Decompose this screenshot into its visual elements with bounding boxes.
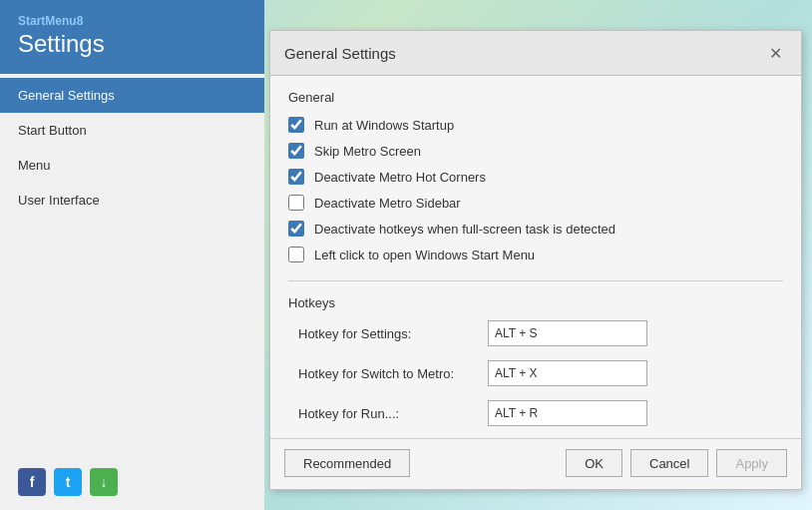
- app-brand: StartMenu8: [18, 14, 246, 28]
- sidebar-item-menu[interactable]: Menu: [0, 148, 264, 183]
- hotkey-settings-row: Hotkey for Settings:: [288, 320, 783, 346]
- checkbox-deactivate-hotkeys: Deactivate hotkeys when full-screen task…: [288, 219, 783, 239]
- sidebar-nav: General Settings Start Button Menu User …: [0, 74, 264, 454]
- checkbox-left-click-start: Left click to open Windows Start Menu: [288, 245, 783, 264]
- dialog-content: General Run at Windows Startup Skip Metr…: [270, 76, 801, 438]
- deactivate-sidebar-label[interactable]: Deactivate Metro Sidebar: [314, 196, 461, 211]
- checkbox-deactivate-hot-corners: Deactivate Metro Hot Corners: [288, 167, 783, 187]
- sidebar: StartMenu8 Settings General Settings Sta…: [0, 0, 264, 510]
- checkbox-deactivate-sidebar: Deactivate Metro Sidebar: [288, 193, 783, 213]
- hotkey-run-input[interactable]: [488, 400, 647, 426]
- skip-metro-checkbox[interactable]: [288, 143, 304, 159]
- dialog-titlebar: General Settings ✕: [270, 31, 801, 76]
- sidebar-item-general-settings[interactable]: General Settings: [0, 78, 264, 113]
- checkbox-skip-metro: Skip Metro Screen: [288, 141, 783, 161]
- hotkey-switch-metro-row: Hotkey for Switch to Metro:: [288, 360, 783, 386]
- run-startup-label[interactable]: Run at Windows Startup: [314, 118, 454, 133]
- hotkey-settings-label: Hotkey for Settings:: [288, 326, 488, 341]
- checkbox-run-startup: Run at Windows Startup: [288, 115, 783, 135]
- hotkey-run-label: Hotkey for Run...:: [288, 406, 488, 421]
- sidebar-item-start-button[interactable]: Start Button: [0, 113, 264, 148]
- deactivate-hot-corners-label[interactable]: Deactivate Metro Hot Corners: [314, 170, 486, 185]
- hotkeys-section: Hotkey for Settings: Hotkey for Switch t…: [288, 320, 783, 426]
- twitter-icon[interactable]: t: [54, 468, 82, 496]
- sidebar-footer: f t ↓: [0, 454, 264, 510]
- general-checkboxes: Run at Windows Startup Skip Metro Screen…: [288, 115, 783, 264]
- section-divider: [288, 280, 783, 281]
- skip-metro-label[interactable]: Skip Metro Screen: [314, 144, 421, 159]
- general-section-label: General: [288, 90, 783, 105]
- hotkey-switch-metro-input[interactable]: [488, 360, 647, 386]
- run-startup-checkbox[interactable]: [288, 117, 304, 133]
- left-click-start-label[interactable]: Left click to open Windows Start Menu: [314, 248, 535, 262]
- deactivate-hot-corners-checkbox[interactable]: [288, 169, 304, 185]
- apply-button[interactable]: Apply: [716, 449, 787, 477]
- facebook-icon[interactable]: f: [18, 468, 46, 496]
- deactivate-sidebar-checkbox[interactable]: [288, 195, 304, 211]
- hotkey-switch-metro-label: Hotkey for Switch to Metro:: [288, 366, 488, 381]
- deactivate-hotkeys-checkbox[interactable]: [288, 221, 304, 237]
- hotkey-run-row: Hotkey for Run...:: [288, 400, 783, 426]
- hotkey-settings-input[interactable]: [488, 320, 647, 346]
- dialog-title: General Settings: [284, 45, 396, 62]
- deactivate-hotkeys-label[interactable]: Deactivate hotkeys when full-screen task…: [314, 222, 615, 237]
- cancel-button[interactable]: Cancel: [630, 449, 708, 477]
- recommended-button[interactable]: Recommended: [284, 449, 410, 477]
- hotkeys-section-label: Hotkeys: [288, 295, 783, 310]
- dialog-footer: Recommended OK Cancel Apply: [270, 438, 801, 489]
- general-settings-dialog: General Settings ✕ General Run at Window…: [269, 30, 802, 490]
- ok-button[interactable]: OK: [566, 449, 622, 477]
- left-click-start-checkbox[interactable]: [288, 247, 304, 262]
- download-icon[interactable]: ↓: [90, 468, 118, 496]
- app-title: Settings: [18, 30, 246, 58]
- sidebar-header: StartMenu8 Settings: [0, 0, 264, 74]
- sidebar-item-user-interface[interactable]: User Interface: [0, 183, 264, 218]
- close-button[interactable]: ✕: [763, 41, 787, 65]
